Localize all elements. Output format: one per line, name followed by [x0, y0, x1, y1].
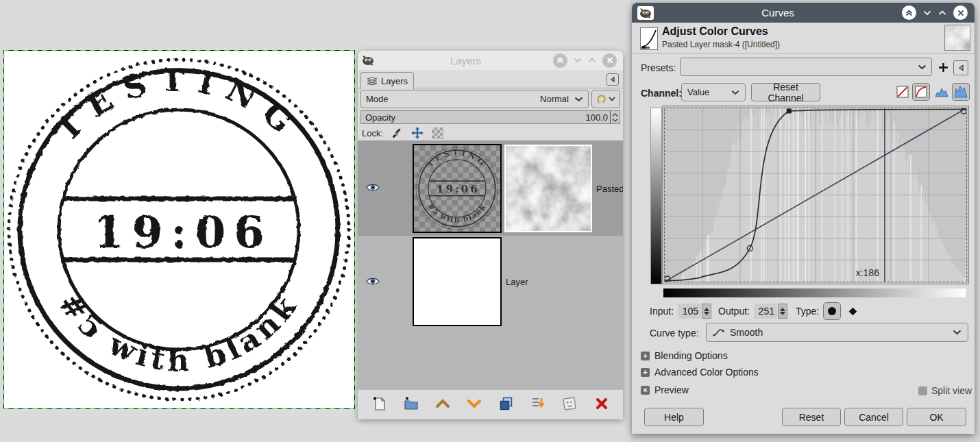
pointer-x-readout: x:186: [856, 267, 879, 278]
output-value-field[interactable]: [754, 304, 777, 319]
advanced-color-options-expander[interactable]: + Advanced Color Options: [641, 367, 759, 378]
duplicate-icon: [499, 396, 514, 411]
tab-menu-button[interactable]: [607, 73, 619, 86]
rollup-button[interactable]: [902, 5, 916, 20]
new-layer-button[interactable]: [369, 394, 389, 413]
preset-menu-button[interactable]: [953, 60, 968, 75]
diamond-point-icon: [848, 306, 858, 317]
layers-dialog: Layers Layers: [358, 51, 623, 419]
channel-value: Value: [687, 87, 709, 97]
point-type-smooth-button[interactable]: [823, 302, 841, 320]
output-label: Output:: [718, 306, 750, 317]
mode-group-switch-button[interactable]: [591, 90, 620, 108]
point-type-corner-button[interactable]: [845, 304, 860, 319]
add-mask-button[interactable]: [560, 394, 579, 413]
layers-titlebar[interactable]: Layers: [358, 51, 623, 70]
blending-options-expander[interactable]: + Blending Options: [641, 350, 728, 361]
curve-point-selected[interactable]: [787, 109, 792, 114]
blending-options-label: Blending Options: [654, 350, 728, 361]
log-histogram-toggle[interactable]: [952, 83, 970, 101]
tab-layers[interactable]: Layers: [360, 72, 414, 90]
opacity-spinner[interactable]: [610, 111, 620, 123]
duplicate-layer-button[interactable]: [497, 394, 516, 413]
curve-type-select[interactable]: Smooth: [706, 323, 968, 342]
help-button[interactable]: Help: [644, 408, 704, 426]
layer-row-pasted[interactable]: Pasted Layer: [358, 141, 623, 236]
visibility-eye-icon[interactable]: [366, 277, 380, 286]
layer-name[interactable]: Pasted Layer: [596, 184, 623, 194]
layers-tab-row: Layers: [358, 70, 623, 88]
reset-channel-button[interactable]: Reset Channel: [751, 83, 820, 101]
close-button[interactable]: [953, 5, 968, 20]
rollup-button[interactable]: [553, 53, 567, 68]
output-spinner[interactable]: [778, 304, 787, 319]
merge-down-button[interactable]: [528, 394, 548, 413]
merge-down-icon: [530, 396, 546, 411]
switch-group-icon: [597, 95, 607, 104]
chevron-down-icon: [731, 90, 739, 95]
lock-position-button[interactable]: [411, 127, 424, 139]
stamp-image: [3, 50, 355, 409]
layer-name[interactable]: Layer: [506, 277, 588, 287]
new-group-button[interactable]: [402, 394, 421, 413]
delete-layer-button[interactable]: [592, 394, 611, 413]
layer-thumbnail[interactable]: [413, 237, 502, 326]
maximize-button[interactable]: [938, 10, 946, 16]
lock-alpha-button[interactable]: [432, 127, 443, 139]
reset-button[interactable]: Reset: [782, 408, 841, 426]
close-button[interactable]: [602, 53, 617, 68]
layer-thumbnail[interactable]: [413, 144, 502, 233]
histogram-log-button[interactable]: [912, 83, 930, 101]
curves-titlebar[interactable]: Curves: [632, 3, 975, 23]
circle-point-icon: [827, 306, 837, 316]
new-layer-icon: [371, 396, 387, 411]
ok-button[interactable]: OK: [907, 408, 966, 426]
add-preset-button[interactable]: [936, 60, 950, 74]
channel-label: Channel:: [641, 88, 682, 99]
type-label: Type:: [796, 306, 819, 317]
cancel-button[interactable]: Cancel: [844, 408, 903, 426]
chevron-down-icon: [609, 97, 615, 101]
opacity-slider[interactable]: Opacity 100.0: [360, 110, 620, 124]
lower-icon: [467, 399, 482, 408]
point-coords-row: Input: Output: Type:: [650, 302, 860, 320]
opacity-value: 100.0: [585, 112, 610, 123]
input-label: Input:: [650, 306, 674, 317]
curve-type-value: Smooth: [730, 327, 763, 338]
split-view-checkbox[interactable]: Split view: [918, 385, 972, 396]
drawable-thumbnail: [944, 25, 970, 51]
maximize-button[interactable]: [588, 58, 596, 63]
curve-type-label: Curve type:: [650, 328, 699, 339]
minimize-button[interactable]: [574, 58, 582, 63]
layers-list: Pasted Layer Layer: [358, 140, 623, 389]
preview-checkbox[interactable]: × Preview: [641, 384, 689, 395]
linear-histogram-toggle[interactable]: [934, 84, 949, 99]
curves-plot[interactable]: x:186: [665, 108, 966, 282]
visibility-eye-icon[interactable]: [366, 183, 380, 192]
mask-thumbnail[interactable]: [504, 145, 592, 232]
gimp-workspace: Layers Layers: [0, 0, 980, 442]
layers-toolbar: [358, 389, 623, 417]
triangle-left-icon: [958, 64, 964, 71]
lock-pixels-button[interactable]: [391, 127, 403, 139]
blue-histogram-icon: [954, 86, 968, 98]
mode-select[interactable]: Mode Normal: [360, 90, 589, 108]
image-canvas[interactable]: [3, 50, 355, 409]
checkbox-checked-icon: ×: [641, 386, 650, 395]
histogram-linear-button[interactable]: [895, 84, 910, 99]
curves-header: Adjust Color Curves Pasted Layer mask-4 …: [632, 23, 975, 54]
raise-layer-button[interactable]: [433, 394, 452, 413]
preview-label: Preview: [654, 384, 689, 395]
curves-dialog: Curves Adjust Color Curve: [632, 3, 975, 434]
move-icon: [411, 127, 424, 139]
input-value-field[interactable]: [678, 304, 701, 319]
channel-select[interactable]: Value: [681, 83, 746, 101]
layer-row-layer[interactable]: Layer: [358, 236, 623, 328]
lock-row: Lock:: [362, 126, 443, 140]
lower-layer-button[interactable]: [465, 394, 484, 413]
input-spinner[interactable]: [702, 304, 711, 319]
presets-select[interactable]: [680, 58, 932, 76]
output-gradient-strip: [650, 108, 662, 284]
log-histogram-icon: [915, 86, 927, 98]
minimize-button[interactable]: [923, 10, 931, 16]
